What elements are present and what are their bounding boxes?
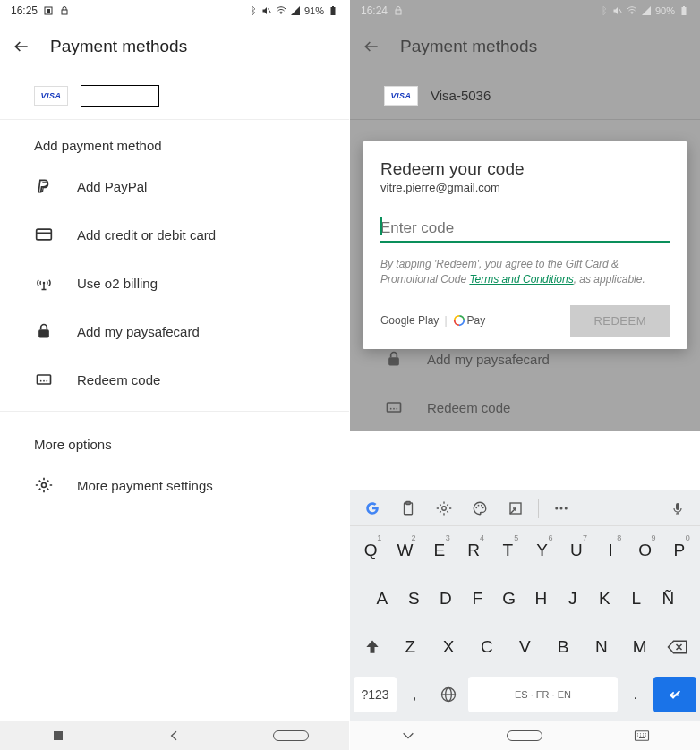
key-f[interactable]: F <box>463 580 491 618</box>
key-q[interactable]: Q1 <box>356 532 385 569</box>
back-arrow-icon[interactable] <box>13 38 30 55</box>
svg-point-25 <box>397 408 398 410</box>
backspace-key[interactable] <box>659 628 696 666</box>
theme-button[interactable] <box>465 493 495 524</box>
status-bar: 16:25 91% <box>0 0 349 21</box>
svg-point-34 <box>478 504 480 506</box>
settings-button[interactable] <box>429 493 459 524</box>
visa-card-row[interactable]: VISA <box>0 72 349 120</box>
svg-rect-16 <box>396 10 401 14</box>
key-z[interactable]: Z <box>396 628 424 666</box>
nav-bar <box>0 721 349 750</box>
add-paypal-row[interactable]: Add PayPal <box>0 162 349 210</box>
svg-rect-5 <box>331 7 336 15</box>
svg-point-15 <box>42 483 47 488</box>
svg-point-18 <box>631 13 632 14</box>
phone-right: 16:24 90% Payment methods VISA Visa-5036 <box>350 0 700 750</box>
key-d[interactable]: D <box>431 580 460 618</box>
screenshot-icon <box>43 5 54 16</box>
key-w[interactable]: W2 <box>390 532 419 569</box>
key-p[interactable]: P0 <box>665 532 694 569</box>
mic-button[interactable] <box>662 493 693 524</box>
key-o[interactable]: O9 <box>631 532 660 569</box>
key-y[interactable]: Y6 <box>528 532 557 569</box>
nav-home-button[interactable] <box>273 729 309 743</box>
clipboard-button[interactable] <box>393 493 423 524</box>
key-s[interactable]: S <box>399 580 428 618</box>
key-i[interactable]: I8 <box>596 532 625 569</box>
svg-point-14 <box>47 380 48 382</box>
spacebar-key[interactable]: ES · FR · EN <box>468 677 618 712</box>
key-x[interactable]: X <box>434 628 463 666</box>
key-ñ[interactable]: Ñ <box>653 580 682 618</box>
visa-badge: VISA <box>34 86 68 106</box>
mute-icon <box>612 5 623 16</box>
key-j[interactable]: J <box>559 580 587 618</box>
keyboard-toolbar <box>350 490 700 526</box>
svg-point-38 <box>555 507 558 509</box>
dialog-title: Redeem your code <box>380 159 670 179</box>
key-u[interactable]: U7 <box>562 532 591 569</box>
svg-point-49 <box>645 733 646 734</box>
key-a[interactable]: A <box>368 580 397 618</box>
key-l[interactable]: L <box>622 580 651 618</box>
paysafecard-row[interactable]: Add my paysafecard <box>0 307 349 355</box>
svg-rect-11 <box>38 375 51 384</box>
menu-label: Redeem code <box>77 372 160 388</box>
key-b[interactable]: B <box>549 628 577 666</box>
symbols-key[interactable]: ?123 <box>354 677 397 712</box>
visa-badge: VISA <box>384 86 418 106</box>
key-n[interactable]: N <box>587 628 616 666</box>
svg-rect-19 <box>682 7 687 15</box>
redeem-code-row[interactable]: Redeem code <box>0 355 349 404</box>
terms-link[interactable]: Terms and Conditions <box>469 273 573 286</box>
google-search-button[interactable] <box>357 493 388 524</box>
key-h[interactable]: H <box>526 580 555 618</box>
lock-icon <box>393 5 404 16</box>
key-v[interactable]: V <box>510 628 539 666</box>
redeem-button[interactable]: REDEEM <box>570 305 670 337</box>
menu-label: Redeem code <box>427 400 510 415</box>
divider <box>0 411 349 412</box>
svg-point-13 <box>43 380 45 382</box>
phone-left: 16:25 91% Payment methods VISA Add payme… <box>0 0 350 750</box>
shift-key[interactable] <box>354 628 391 666</box>
card-redacted-box <box>81 85 159 107</box>
code-input[interactable] <box>380 216 670 243</box>
svg-point-35 <box>481 504 482 506</box>
key-m[interactable]: M <box>626 628 654 666</box>
redeem-code-row: Redeem code <box>350 383 700 431</box>
key-t[interactable]: T5 <box>493 532 522 569</box>
key-r[interactable]: R4 <box>459 532 488 569</box>
input-cursor <box>380 217 382 235</box>
svg-point-40 <box>565 507 568 509</box>
comma-key[interactable]: , <box>400 677 429 712</box>
add-card-row[interactable]: Add credit or debit card <box>0 210 349 259</box>
enter-key[interactable] <box>653 677 696 712</box>
key-c[interactable]: C <box>473 628 501 666</box>
wifi-icon <box>627 5 637 16</box>
nav-home-button[interactable] <box>507 729 542 743</box>
more-payment-settings-row[interactable]: More payment settings <box>0 461 349 509</box>
globe-key[interactable] <box>432 677 465 712</box>
svg-point-52 <box>643 735 644 736</box>
more-button[interactable] <box>546 493 576 524</box>
onehanded-button[interactable] <box>500 493 531 524</box>
svg-rect-20 <box>683 6 685 7</box>
key-e[interactable]: E3 <box>425 532 454 569</box>
svg-point-46 <box>637 733 638 734</box>
nav-keyboard-switch-button[interactable] <box>624 729 660 743</box>
dialog-email: vitre.pierre@gmail.com <box>380 181 670 194</box>
period-key[interactable]: . <box>621 677 650 712</box>
svg-rect-10 <box>38 329 49 337</box>
lock-icon <box>59 5 70 16</box>
o2-billing-row[interactable]: Use o2 billing <box>0 259 349 307</box>
svg-rect-8 <box>37 233 52 235</box>
paypal-icon <box>34 176 54 196</box>
key-k[interactable]: K <box>590 580 619 618</box>
back-arrow-icon[interactable] <box>363 38 380 55</box>
nav-recent-button[interactable] <box>40 729 76 743</box>
nav-hide-keyboard-button[interactable] <box>390 729 426 743</box>
key-g[interactable]: G <box>495 580 524 618</box>
nav-back-button[interactable] <box>157 729 192 743</box>
